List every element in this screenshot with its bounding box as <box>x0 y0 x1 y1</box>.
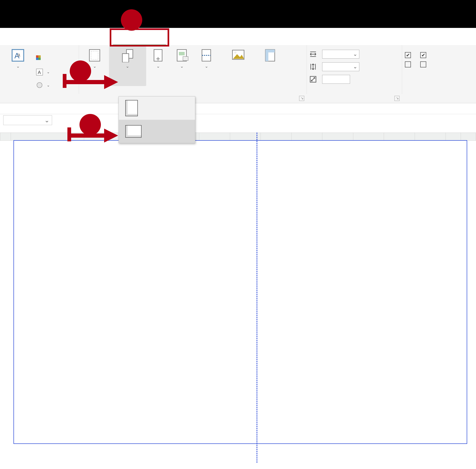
svg-rect-25 <box>265 50 268 61</box>
chevron-down-icon: ⌄ <box>126 64 129 69</box>
print-area-button[interactable]: ⌄ <box>170 47 193 86</box>
svg-rect-5 <box>36 58 38 60</box>
svg-rect-3 <box>36 55 38 58</box>
svg-rect-4 <box>38 55 41 58</box>
svg-point-22 <box>234 51 237 54</box>
tab-insert[interactable] <box>30 28 45 45</box>
chevron-down-icon: ⌄ <box>16 64 20 69</box>
height-combo[interactable] <box>322 62 359 71</box>
orientation-landscape[interactable] <box>119 120 195 143</box>
svg-text:A: A <box>38 69 41 75</box>
callout-1-highlight <box>110 28 169 47</box>
margins-icon <box>88 48 101 62</box>
effects-button[interactable]: ⌄ <box>36 79 50 91</box>
size-icon <box>151 48 165 62</box>
headings-view-check[interactable]: ✔ <box>420 52 428 58</box>
colors-icon <box>36 55 43 62</box>
tab-data[interactable] <box>74 28 89 45</box>
chevron-down-icon: ⌄ <box>47 70 50 74</box>
scale-launcher[interactable]: ↘ <box>394 96 399 101</box>
portrait-icon <box>125 100 138 116</box>
tab-review[interactable] <box>89 28 104 45</box>
tab-home[interactable] <box>15 28 30 45</box>
svg-point-9 <box>37 83 42 88</box>
callout-2 <box>70 60 91 82</box>
gridlines-view-check[interactable]: ✔ <box>405 52 413 58</box>
chevron-down-icon: ⌄ <box>93 64 97 69</box>
print-titles-icon <box>263 48 277 62</box>
scale-spinner[interactable] <box>322 75 350 84</box>
effects-icon <box>36 82 43 89</box>
group-sheet-options: ✔ ✔ <box>402 45 474 94</box>
print-titles-button[interactable] <box>259 47 282 86</box>
svg-rect-13 <box>122 54 129 63</box>
name-box[interactable] <box>3 115 52 125</box>
landscape-icon <box>125 125 142 138</box>
chevron-down-icon: ⌄ <box>180 64 184 69</box>
size-button[interactable]: ⌄ <box>148 47 168 86</box>
chevron-down-icon: ⌄ <box>205 64 208 69</box>
orientation-icon <box>121 48 134 62</box>
orientation-portrait[interactable] <box>119 97 195 120</box>
colors-button[interactable] <box>36 53 50 65</box>
background-icon <box>231 48 245 62</box>
svg-rect-6 <box>38 58 41 60</box>
scale-icon <box>310 76 317 83</box>
fonts-icon: A <box>36 68 43 76</box>
breaks-button[interactable]: ⌄ <box>195 47 218 86</box>
width-combo[interactable] <box>322 50 359 59</box>
themes-icon: Aa <box>11 48 25 62</box>
breaks-icon <box>200 48 213 62</box>
top-black-bar <box>0 0 476 28</box>
group-scale-to-fit: ↘ <box>307 45 402 94</box>
tab-file[interactable] <box>0 28 15 45</box>
svg-rect-16 <box>179 52 185 55</box>
width-icon <box>310 51 317 58</box>
select-all-corner[interactable] <box>0 133 11 141</box>
height-icon <box>310 63 317 70</box>
svg-rect-17 <box>183 56 188 61</box>
print-area-border <box>14 140 467 444</box>
themes-substack: A ⌄ ⌄ <box>35 52 50 92</box>
gridlines-column: ✔ <box>405 47 413 93</box>
formula-bar-row <box>0 114 476 126</box>
orientation-dropdown <box>118 96 195 143</box>
print-area-icon <box>175 48 189 62</box>
tab-page-layout[interactable] <box>45 28 60 45</box>
callout-3 <box>80 114 101 135</box>
callout-1 <box>121 9 142 31</box>
fonts-button[interactable]: A ⌄ <box>36 66 50 78</box>
ribbon-tabs <box>0 28 476 45</box>
page-setup-launcher[interactable]: ↘ <box>299 96 304 101</box>
tab-formulas[interactable] <box>60 28 74 45</box>
svg-text:a: a <box>17 52 20 58</box>
gridlines-print-check[interactable] <box>405 61 413 67</box>
chevron-down-icon: ⌄ <box>156 64 160 69</box>
page-break-line <box>257 133 257 463</box>
themes-button[interactable]: Aa ⌄ <box>3 47 33 86</box>
background-button[interactable] <box>220 47 257 86</box>
headings-column: ✔ <box>420 47 428 93</box>
headings-print-check[interactable] <box>420 61 428 67</box>
chevron-down-icon: ⌄ <box>47 83 50 87</box>
